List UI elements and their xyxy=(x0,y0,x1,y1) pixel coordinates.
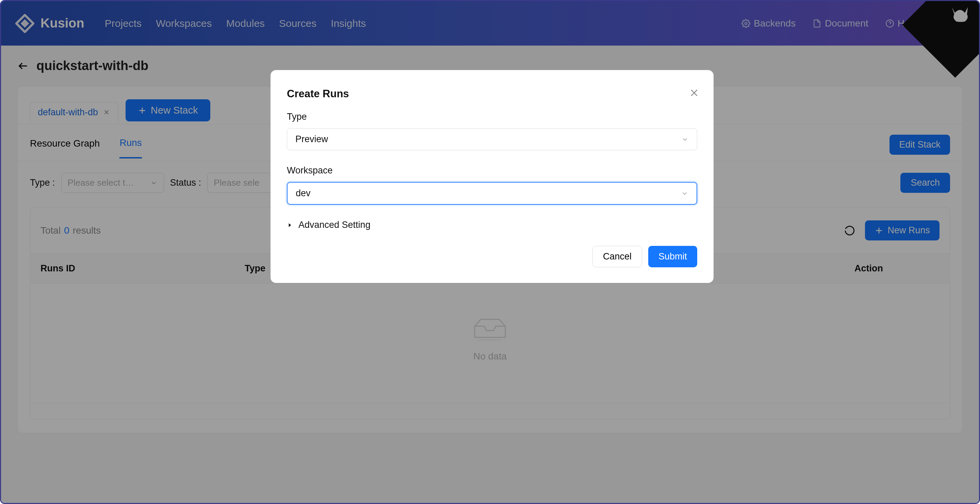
caret-right-icon xyxy=(287,222,293,228)
submit-label: Submit xyxy=(659,251,687,262)
create-runs-modal: Create Runs Type Preview Workspace dev A… xyxy=(270,70,714,283)
workspace-label: Workspace xyxy=(287,165,697,176)
cancel-label: Cancel xyxy=(603,251,632,262)
cancel-button[interactable]: Cancel xyxy=(592,246,642,267)
workspace-select[interactable]: dev xyxy=(287,182,697,205)
modal-close-icon[interactable] xyxy=(689,88,699,98)
type-label: Type xyxy=(287,111,697,122)
modal-footer: Cancel Submit xyxy=(287,246,697,267)
modal-title: Create Runs xyxy=(287,88,697,100)
advanced-label: Advanced Setting xyxy=(298,220,371,230)
chevron-down-icon xyxy=(681,136,689,143)
chevron-down-icon xyxy=(681,190,688,197)
advanced-setting-toggle[interactable]: Advanced Setting xyxy=(287,220,697,230)
submit-button[interactable]: Submit xyxy=(648,246,697,267)
app-root: Kusion Projects Workspaces Modules Sourc… xyxy=(1,1,979,503)
type-select[interactable]: Preview xyxy=(287,128,697,150)
type-value: Preview xyxy=(295,134,328,144)
workspace-value: dev xyxy=(296,188,311,199)
